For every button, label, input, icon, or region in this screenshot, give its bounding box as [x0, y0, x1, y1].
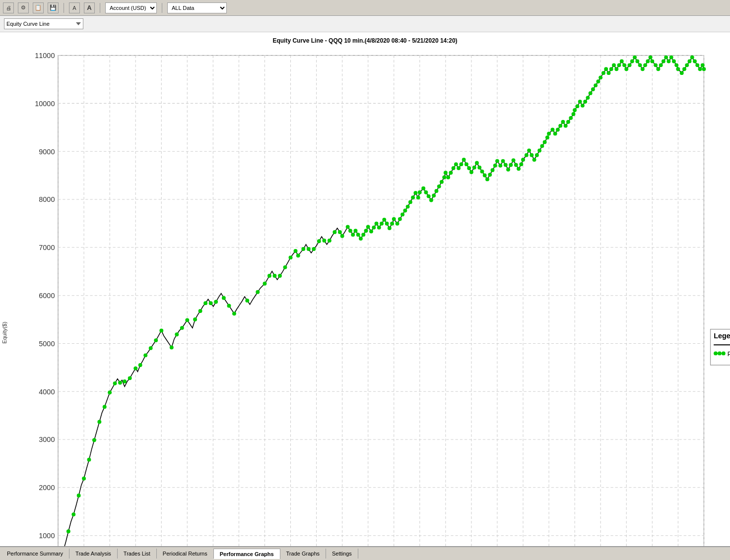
svg-point-259 [680, 71, 684, 75]
account-select[interactable]: Account (USD) [105, 2, 157, 13]
svg-point-137 [364, 229, 368, 233]
svg-point-239 [628, 63, 632, 67]
svg-point-193 [509, 163, 513, 167]
svg-point-262 [688, 60, 692, 63]
svg-point-90 [118, 381, 122, 385]
svg-point-174 [459, 162, 463, 166]
svg-point-203 [535, 153, 539, 157]
svg-point-215 [566, 120, 570, 124]
svg-point-159 [421, 187, 425, 190]
svg-point-181 [477, 166, 481, 170]
svg-point-210 [553, 131, 557, 135]
svg-point-96 [149, 346, 153, 350]
svg-point-87 [103, 405, 107, 409]
svg-point-129 [340, 234, 344, 238]
svg-point-183 [483, 174, 487, 178]
svg-point-190 [501, 159, 505, 163]
svg-point-97 [154, 338, 158, 342]
copy-button[interactable]: 📋 [33, 2, 44, 13]
svg-point-216 [569, 116, 573, 120]
svg-point-130 [346, 225, 350, 229]
svg-point-274 [718, 351, 722, 355]
svg-point-120 [296, 253, 300, 257]
svg-point-244 [641, 67, 645, 71]
svg-point-179 [472, 166, 476, 170]
svg-point-147 [390, 222, 394, 226]
svg-point-82 [77, 494, 81, 498]
svg-point-92 [128, 376, 132, 380]
svg-point-136 [361, 233, 365, 237]
font-increase-button[interactable]: A [84, 2, 95, 13]
svg-point-123 [312, 247, 316, 251]
chart-type-select[interactable]: Equity Curve Line [4, 18, 83, 29]
tab-trade-analysis[interactable]: Trade Analysis [69, 549, 118, 559]
svg-point-191 [504, 163, 508, 167]
tab-settings[interactable]: Settings [326, 549, 358, 559]
tab-periodical-returns[interactable]: Periodical Returns [157, 549, 214, 559]
svg-point-196 [517, 167, 521, 171]
print-button[interactable]: 🖨 [3, 2, 14, 13]
tab-performance-graphs[interactable]: Performance Graphs [214, 549, 280, 559]
svg-point-101 [180, 326, 184, 330]
svg-point-149 [396, 222, 399, 226]
svg-point-155 [411, 195, 415, 199]
svg-point-145 [385, 222, 389, 226]
svg-text:10000: 10000 [35, 100, 55, 108]
svg-point-212 [558, 124, 562, 128]
svg-point-127 [332, 230, 336, 234]
svg-point-109 [227, 304, 231, 308]
svg-point-267 [701, 63, 705, 67]
svg-point-219 [575, 104, 579, 108]
chart-and-legend: 11000 10000 9000 8000 7000 6000 5000 400… [12, 48, 730, 546]
svg-text:6000: 6000 [39, 292, 55, 300]
svg-point-255 [669, 56, 673, 60]
svg-point-234 [614, 67, 618, 71]
setup-button[interactable]: ⚙ [18, 2, 29, 13]
svg-point-175 [462, 158, 466, 162]
svg-point-220 [578, 100, 582, 104]
tab-trade-graphs[interactable]: Trade Graphs [280, 549, 326, 559]
svg-point-124 [317, 239, 321, 243]
svg-point-207 [545, 135, 549, 139]
svg-point-128 [338, 230, 342, 234]
svg-text:Legend: Legend [714, 332, 730, 340]
svg-point-117 [283, 265, 287, 269]
svg-point-171 [452, 166, 456, 170]
svg-point-187 [493, 164, 497, 168]
svg-point-144 [382, 218, 386, 222]
svg-point-223 [586, 96, 590, 100]
tab-trades-list[interactable]: Trades List [118, 549, 157, 559]
svg-point-218 [573, 108, 577, 112]
svg-point-88 [108, 390, 112, 394]
svg-point-95 [143, 353, 147, 357]
svg-point-263 [690, 56, 694, 60]
svg-text:5000: 5000 [39, 340, 55, 348]
svg-point-205 [540, 144, 544, 148]
svg-point-240 [630, 60, 634, 63]
svg-point-229 [601, 71, 605, 75]
svg-point-243 [638, 63, 642, 67]
svg-text:4000: 4000 [39, 388, 55, 396]
svg-point-232 [609, 67, 613, 71]
data-range-select[interactable]: ALL Data [167, 2, 227, 13]
svg-point-140 [372, 226, 376, 230]
svg-point-165 [437, 185, 441, 188]
svg-point-141 [375, 222, 379, 226]
svg-point-266 [698, 67, 702, 71]
svg-point-150 [398, 217, 402, 221]
svg-point-258 [676, 67, 680, 71]
svg-point-162 [429, 198, 433, 202]
svg-point-148 [392, 217, 396, 221]
svg-point-273 [714, 351, 718, 355]
svg-text:8000: 8000 [39, 195, 55, 203]
svg-point-236 [620, 60, 624, 63]
svg-point-186 [491, 168, 495, 172]
tab-performance-summary[interactable]: Performance Summary [1, 549, 69, 559]
svg-point-151 [400, 212, 404, 216]
font-decrease-button[interactable]: A [69, 2, 80, 13]
svg-point-139 [369, 230, 373, 234]
svg-point-199 [525, 153, 529, 157]
export-button[interactable]: 💾 [48, 2, 59, 13]
svg-point-177 [467, 166, 471, 170]
svg-point-110 [232, 311, 236, 315]
